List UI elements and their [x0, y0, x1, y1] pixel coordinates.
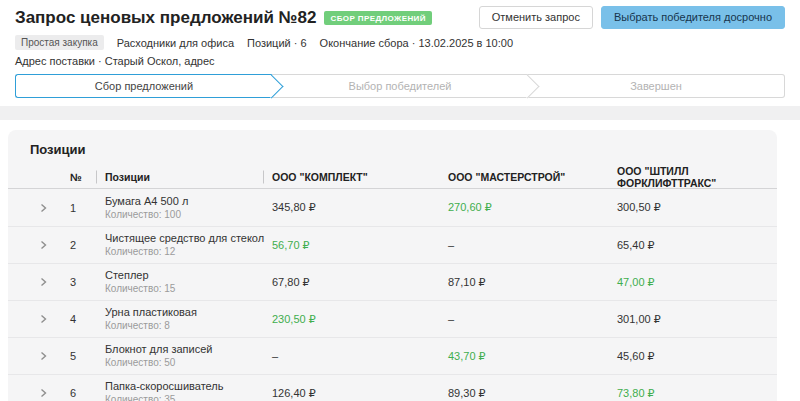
- stage-progress-bar: Сбор предложений Выбор победителей Завер…: [15, 74, 785, 98]
- offer-price: 126,40 ₽: [272, 387, 448, 400]
- position-info: Папка-скоросшиватель Количество: 35: [105, 380, 272, 401]
- chevron-right-icon: [39, 351, 48, 361]
- offer-price: 65,40 ₽: [617, 239, 777, 252]
- chevron-right-icon: [39, 314, 48, 324]
- table-row[interactable]: 4 Урна пластиковая Количество: 8 230,50 …: [8, 300, 777, 337]
- table-row[interactable]: 6 Папка-скоросшиватель Количество: 35 12…: [8, 374, 777, 401]
- header-supplier-shtill: ООО "ШТИЛЛ ФОРКЛИФТТРАКС": [617, 165, 777, 189]
- status-badge: СБОР ПРЕДЛОЖЕНИЙ: [324, 11, 431, 25]
- row-number: 5: [70, 350, 105, 362]
- title-row: Запрос ценовых предложений №82 СБОР ПРЕД…: [15, 6, 785, 29]
- header-supplier-masterstroy: ООО "МАСТЕРСТРОЙ": [448, 171, 617, 183]
- cancel-request-button[interactable]: Отменить запрос: [479, 6, 593, 29]
- offer-price: –: [272, 350, 448, 362]
- step-finished: Завершен: [528, 74, 785, 98]
- request-meta: Простая закупка Расходники для офиса Поз…: [15, 35, 785, 50]
- expand-cell: [8, 275, 70, 289]
- position-name: Блокнот для записей: [105, 343, 272, 356]
- position-quantity: Количество: 35: [105, 394, 272, 401]
- offer-price: 73,80 ₽: [617, 387, 777, 400]
- table-row[interactable]: 5 Блокнот для записей Количество: 50 – 4…: [8, 337, 777, 374]
- offer-price: 56,70 ₽: [272, 239, 448, 252]
- position-quantity: Количество: 8: [105, 320, 272, 332]
- position-quantity: Количество: 100: [105, 209, 272, 221]
- chevron-right-icon: [39, 203, 48, 213]
- offer-price: 47,00 ₽: [617, 276, 777, 289]
- expand-row-button[interactable]: [36, 201, 50, 215]
- header-supplier-komplekt: ООО "КОМПЛЕКТ": [272, 171, 448, 183]
- expand-cell: [8, 238, 70, 252]
- row-number: 6: [70, 387, 105, 399]
- purchase-type-badge: Простая закупка: [15, 35, 104, 50]
- offer-price: 87,10 ₽: [448, 276, 617, 289]
- offer-price: 89,30 ₽: [448, 387, 617, 400]
- row-number: 3: [70, 276, 105, 288]
- expand-cell: [8, 312, 70, 326]
- offer-price: 45,60 ₽: [617, 350, 777, 363]
- step-label: Завершен: [630, 80, 682, 92]
- offer-price: –: [448, 239, 617, 251]
- expand-cell: [8, 349, 70, 363]
- expand-row-button[interactable]: [36, 386, 50, 400]
- step-label: Выбор победителей: [349, 80, 452, 92]
- position-info: Урна пластиковая Количество: 8: [105, 306, 272, 332]
- delivery-address-label: Адрес поставки · Старый Оскол, адрес: [15, 55, 785, 67]
- expand-row-button[interactable]: [36, 349, 50, 363]
- chevron-right-icon: [39, 277, 48, 287]
- table-header-row: № Позиции ООО "КОМПЛЕКТ" ООО "МАСТЕРСТРО…: [8, 165, 777, 189]
- positions-section-title: Позиции: [8, 138, 777, 165]
- chevron-right-icon: [39, 388, 48, 398]
- position-quantity: Количество: 50: [105, 357, 272, 369]
- position-quantity: Количество: 15: [105, 283, 272, 295]
- page-header: Запрос ценовых предложений №82 СБОР ПРЕД…: [0, 0, 800, 106]
- expand-row-button[interactable]: [36, 312, 50, 326]
- step-collect-offers: Сбор предложений: [15, 74, 272, 98]
- header-positions-column: Позиции: [105, 171, 272, 183]
- offer-price: 67,80 ₽: [272, 276, 448, 289]
- position-info: Чистящее средство для стекол Количество:…: [105, 232, 272, 258]
- offer-price: –: [448, 313, 617, 325]
- positions-rows: 1 Бумага А4 500 л Количество: 100 345,80…: [8, 189, 777, 401]
- position-name: Степлер: [105, 269, 272, 282]
- table-row[interactable]: 1 Бумага А4 500 л Количество: 100 345,80…: [8, 189, 777, 226]
- table-row[interactable]: 2 Чистящее средство для стекол Количеств…: [8, 226, 777, 263]
- offer-price: 270,60 ₽: [448, 201, 617, 214]
- choose-winner-early-button[interactable]: Выбрать победителя досрочно: [601, 6, 785, 29]
- position-name: Бумага А4 500 л: [105, 195, 272, 208]
- page-title: Запрос ценовых предложений №82: [15, 7, 316, 29]
- position-name: Чистящее средство для стекол: [105, 232, 272, 245]
- position-name: Папка-скоросшиватель: [105, 380, 272, 393]
- position-quantity: Количество: 12: [105, 246, 272, 258]
- positions-count-label: Позиций · 6: [247, 37, 307, 49]
- table-row[interactable]: 3 Степлер Количество: 15 67,80 ₽ 87,10 ₽…: [8, 263, 777, 300]
- positions-card: Позиции № Позиции ООО "КОМПЛЕКТ" ООО "МА…: [8, 130, 777, 401]
- row-number: 1: [70, 202, 105, 214]
- offer-price: 43,70 ₽: [448, 350, 617, 363]
- offer-price: 345,80 ₽: [272, 201, 448, 214]
- position-info: Бумага А4 500 л Количество: 100: [105, 195, 272, 221]
- position-info: Блокнот для записей Количество: 50: [105, 343, 272, 369]
- category-label: Расходники для офиса: [117, 37, 234, 49]
- expand-cell: [8, 201, 70, 215]
- expand-row-button[interactable]: [36, 238, 50, 252]
- deadline-label: Окончание сбора · 13.02.2025 в 10:00: [320, 37, 513, 49]
- offer-price: 230,50 ₽: [272, 313, 448, 326]
- section-divider: [0, 106, 800, 120]
- offer-price: 301,00 ₽: [617, 313, 777, 326]
- step-choose-winners: Выбор победителей: [272, 74, 528, 98]
- step-label: Сбор предложений: [95, 80, 193, 92]
- expand-cell: [8, 386, 70, 400]
- offer-price: 300,50 ₽: [617, 201, 777, 214]
- chevron-right-icon: [39, 240, 48, 250]
- row-number: 4: [70, 313, 105, 325]
- row-number: 2: [70, 239, 105, 251]
- position-info: Степлер Количество: 15: [105, 269, 272, 295]
- position-name: Урна пластиковая: [105, 306, 272, 319]
- expand-row-button[interactable]: [36, 275, 50, 289]
- header-number-column: №: [70, 171, 105, 183]
